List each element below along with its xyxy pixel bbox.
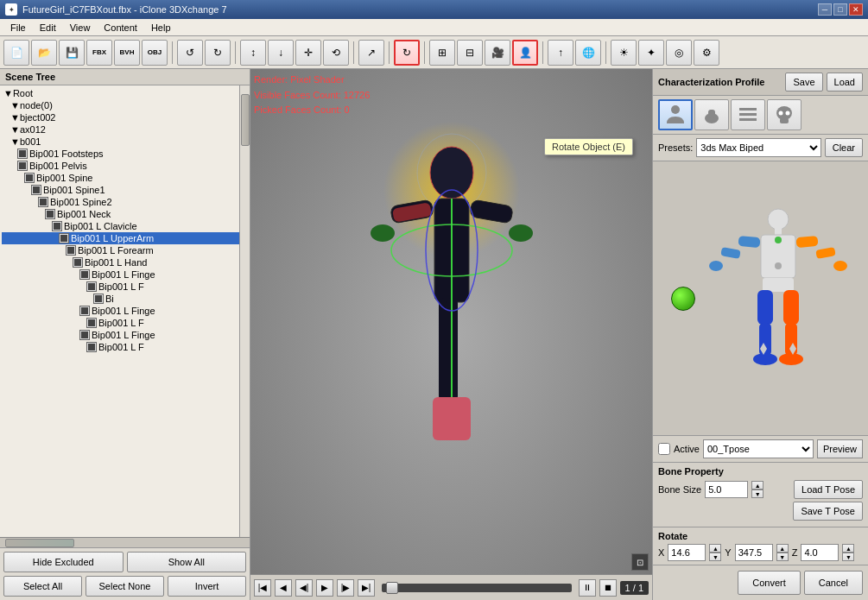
tree-scrollbar-thumb[interactable] (241, 94, 250, 146)
load-profile-button[interactable]: Load (827, 73, 863, 92)
tree-checkbox[interactable] (86, 342, 97, 352)
tree-item-upperarm[interactable]: Bip001 L UpperArm (2, 232, 248, 244)
tree-checkbox[interactable] (93, 294, 104, 304)
rotate-z-down[interactable]: ▼ (842, 553, 854, 561)
play-prev-frame-button[interactable]: ◀| (295, 579, 313, 597)
active-checkbox[interactable] (658, 443, 670, 455)
tree-item-hand[interactable]: Bip001 L Hand (2, 256, 248, 268)
toolbar-redo[interactable]: ↻ (205, 40, 231, 66)
tree-checkbox[interactable] (17, 148, 28, 159)
rotate-y-down[interactable]: ▼ (776, 553, 789, 561)
toolbar-light2[interactable]: ✦ (638, 40, 664, 66)
tree-item-finger3[interactable]: Bip001 L Finge (2, 329, 248, 341)
toolbar-fbx[interactable]: FBX (86, 40, 112, 66)
tree-item-node0[interactable]: ▼ node(0) (2, 99, 248, 111)
tree-checkbox[interactable] (73, 257, 83, 268)
menu-edit[interactable]: Edit (33, 21, 63, 35)
pause-button[interactable]: ⏸ (579, 579, 596, 597)
show-all-button[interactable]: Show All (127, 552, 247, 572)
save-tpose-button[interactable]: Save T Pose (793, 502, 863, 521)
toolbar-bvh[interactable]: BVH (114, 40, 140, 66)
timeline-bar[interactable] (382, 584, 572, 592)
tree-item-finger1a[interactable]: Bip001 L F (2, 281, 248, 293)
tree-item-forearm[interactable]: Bip001 L Forearm (2, 244, 248, 256)
cancel-button[interactable]: Cancel (804, 571, 863, 595)
toolbar-move-up[interactable]: ↕ (240, 40, 266, 66)
presets-dropdown[interactable]: 3ds Max BipedBipedCustom (696, 138, 820, 157)
tree-item-finger2[interactable]: Bip001 L Finge (2, 305, 248, 317)
load-tpose-button[interactable]: Load T Pose (794, 480, 863, 499)
tree-item-spine1[interactable]: Bip001 Spine1 (2, 184, 248, 196)
clear-button[interactable]: Clear (825, 138, 863, 157)
profile-icon-person[interactable] (658, 99, 693, 130)
tree-item-finger3a[interactable]: Bip001 L F (2, 341, 248, 353)
tree-checkbox[interactable] (79, 306, 90, 316)
tree-checkbox[interactable] (52, 221, 62, 231)
tree-item-finger1[interactable]: Bip001 L Finge (2, 268, 248, 281)
toolbar-arrow-up[interactable]: ↑ (548, 40, 573, 66)
timeline-thumb[interactable] (386, 582, 398, 594)
bone-size-down[interactable]: ▼ (751, 489, 763, 498)
tree-item-b001[interactable]: ▼ b001 (2, 136, 248, 148)
rotate-z-up[interactable]: ▲ (842, 544, 854, 553)
play-button[interactable]: ▶ (316, 579, 333, 597)
tree-item-pelvis[interactable]: Bip001 Pelvis (2, 160, 248, 172)
invert-button[interactable]: Invert (168, 576, 246, 597)
select-all-button[interactable]: Select All (3, 576, 82, 597)
toolbar-obj[interactable]: OBJ (142, 40, 168, 66)
toolbar-rotate[interactable]: ↻ (394, 40, 420, 66)
tree-item-finger2a[interactable]: Bip001 L F (2, 317, 248, 329)
toolbar-pan[interactable]: ✛ (295, 40, 321, 66)
convert-button[interactable]: Convert (738, 571, 801, 595)
tree-item-neck[interactable]: Bip001 Neck (2, 208, 248, 220)
tree-checkbox[interactable] (45, 209, 55, 219)
bone-size-input[interactable] (705, 481, 748, 498)
tree-item-spine[interactable]: Bip001 Spine (2, 172, 248, 184)
tree-item-spine2[interactable]: Bip001 Spine2 (2, 196, 248, 208)
tree-checkbox[interactable] (38, 197, 48, 207)
preview-button[interactable]: Preview (817, 439, 863, 458)
hide-excluded-button[interactable]: Hide Excluded (3, 552, 124, 572)
tree-item-clavicle[interactable]: Bip001 L Clavicle (2, 220, 248, 232)
toolbar-person[interactable]: 👤 (512, 40, 538, 66)
play-end-button[interactable]: ▶| (358, 579, 375, 597)
menu-file[interactable]: File (3, 21, 33, 35)
maximize-button[interactable]: □ (833, 3, 847, 16)
tree-checkbox[interactable] (79, 269, 90, 280)
toolbar-light1[interactable]: ☀ (611, 40, 637, 66)
menu-view[interactable]: View (63, 21, 98, 35)
play-prev-button[interactable]: ◀ (275, 579, 292, 597)
menu-content[interactable]: Content (97, 21, 144, 35)
rotate-x-down[interactable]: ▼ (709, 553, 721, 561)
tree-scrollbar[interactable] (239, 85, 250, 537)
profile-icon-foot[interactable] (694, 99, 729, 130)
toolbar-undo[interactable]: ↺ (177, 40, 203, 66)
rotate-y-input[interactable] (735, 544, 773, 561)
toolbar-orbit[interactable]: ⟲ (323, 40, 349, 66)
tree-checkbox[interactable] (31, 185, 41, 195)
tree-checkbox[interactable] (66, 245, 76, 256)
toolbar-grid2[interactable]: ⊟ (457, 40, 483, 66)
tree-checkbox[interactable] (86, 281, 97, 292)
toolbar-camera[interactable]: 🎥 (485, 40, 510, 66)
tree-checkbox[interactable] (59, 233, 69, 243)
menu-help[interactable]: Help (144, 21, 178, 35)
tree-item-footsteps[interactable]: Bip001 Footsteps (2, 148, 248, 160)
active-pose-dropdown[interactable]: 00_Tpose (703, 439, 814, 458)
toolbar-open[interactable]: 📂 (31, 40, 57, 66)
play-begin-button[interactable]: |◀ (254, 579, 271, 597)
tree-checkbox[interactable] (79, 330, 90, 340)
toolbar-settings[interactable]: ⚙ (694, 40, 719, 66)
toolbar-new[interactable]: 📄 (3, 40, 29, 66)
select-none-button[interactable]: Select None (86, 576, 164, 597)
tree-item-bi1[interactable]: Bi (2, 293, 248, 305)
play-next-frame-button[interactable]: |▶ (337, 579, 354, 597)
horizontal-scrollbar[interactable] (0, 537, 250, 547)
tree-item-root[interactable]: ▼ Root (2, 87, 248, 99)
rotate-y-up[interactable]: ▲ (776, 544, 789, 553)
tree-item-object002[interactable]: ▼ bject002 (2, 111, 248, 123)
profile-icon-skull[interactable] (767, 99, 801, 130)
rotate-x-up[interactable]: ▲ (709, 544, 721, 553)
tree-checkbox[interactable] (17, 161, 28, 171)
minimize-button[interactable]: ─ (818, 3, 832, 16)
